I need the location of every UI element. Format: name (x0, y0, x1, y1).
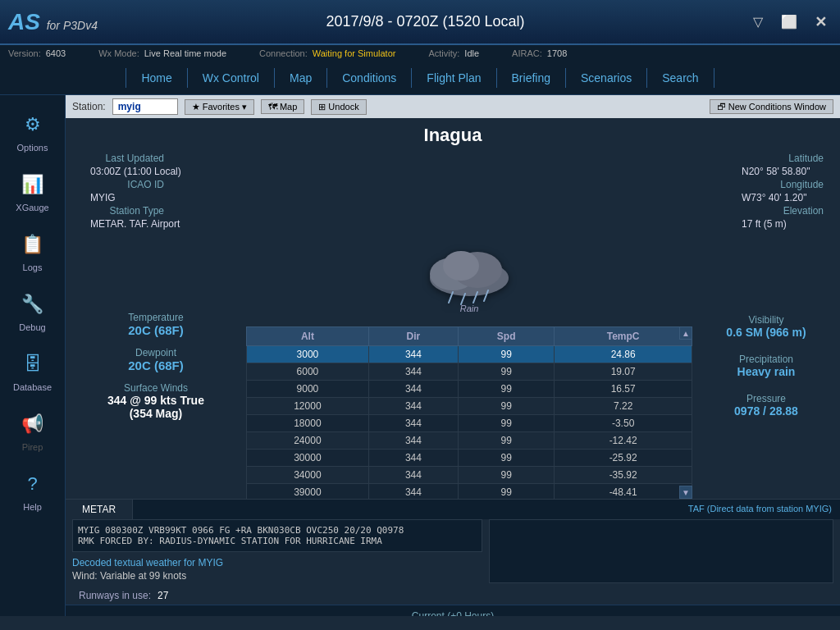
runways-value: 27 (158, 590, 168, 601)
wind-table-wrapper: Alt Dir Spd TempC 30003449924.8660003449… (246, 326, 692, 499)
title-datetime: 2017/9/8 - 0720Z (1520 Local) (326, 13, 524, 30)
wind-table-row: 12000344997.22 (247, 398, 692, 415)
precipitation-stat: Precipitation Heavy rain (709, 354, 824, 378)
visibility-label: Visibility (709, 314, 824, 326)
center-panel: Rain Alt Dir Spd (246, 233, 692, 499)
close-icon[interactable]: ✕ (809, 11, 832, 34)
xgauge-icon: 📊 (18, 170, 48, 199)
nav-item-wx-control[interactable]: Wx Control (188, 68, 275, 88)
wind-table-container: Alt Dir Spd TempC 30003449924.8660003449… (246, 326, 692, 499)
last-updated-label: Last Updated (82, 153, 164, 164)
info-version: Version: 6403 (8, 48, 66, 58)
title-center: 2017/9/8 - 0720Z (1520 Local) (104, 13, 746, 30)
decoded-area: Decoded textual weather for MYIG Wind: V… (72, 555, 482, 583)
temperature-label: Temperature (82, 312, 230, 323)
icao-value-row: MYIG (82, 192, 181, 203)
station-input[interactable] (112, 98, 178, 115)
runways-label: Runways in use: (79, 590, 151, 601)
longitude-value: W73° 40' 1.20" (742, 192, 806, 203)
wxmode-label: Wx Mode: (98, 48, 139, 58)
taf-label: TAF (Direct data from station MYIG) (133, 500, 840, 519)
minimize-icon[interactable]: ▽ (746, 11, 769, 34)
nav-item-home[interactable]: Home (126, 68, 187, 88)
sidebar-item-logs[interactable]: 📋 Logs (3, 223, 62, 279)
wind-table-header-row: Alt Dir Spd TempC (247, 327, 692, 346)
weather-cloud-svg (424, 241, 514, 307)
wind-table-row: 30003449924.86 (247, 346, 692, 363)
nav-item-briefing[interactable]: Briefing (497, 68, 566, 88)
longitude-label: Longitude (742, 179, 824, 190)
elevation-value-row: 17 ft (5 m) (742, 218, 824, 230)
last-updated-value: 03:00Z (11:00 Local) (90, 166, 181, 177)
sidebar-item-help[interactable]: ? Help (3, 463, 62, 518)
wind-table-row: 60003449919.07 (247, 363, 692, 381)
sidebar: ⚙ Options📊 XGauge📋 Logs🔧 Debug🗄 Database… (0, 95, 66, 616)
title-bar: AS for P3Dv4 2017/9/8 - 0720Z (1520 Loca… (0, 0, 840, 45)
nav-item-map[interactable]: Map (275, 68, 327, 88)
metar-taf-tabs: METAR TAF (Direct data from station MYIG… (66, 499, 840, 519)
sidebar-item-database[interactable]: 🗄 Database (3, 343, 62, 399)
station-label: Station: (72, 101, 106, 112)
icao-value: MYIG (90, 192, 116, 203)
sidebar-item-options[interactable]: ⚙ Options (3, 103, 62, 159)
last-updated-value-row: 03:00Z (11:00 Local) (82, 166, 181, 177)
dewpoint-stat: Dewpoint 20C (68F) (82, 347, 230, 372)
airac-value: 1708 (547, 48, 567, 58)
station-info: Last Updated 03:00Z (11:00 Local) ICAO I… (66, 149, 840, 233)
map-button[interactable]: 🗺 Map (261, 99, 304, 114)
wind-table-row: 3400034499-35.92 (247, 467, 692, 484)
station-info-left: Last Updated 03:00Z (11:00 Local) ICAO I… (82, 153, 181, 230)
info-connection: Connection: Waiting for Simulator (259, 48, 395, 58)
info-airac: AIRAC: 1708 (512, 48, 567, 58)
elevation-label: Elevation (742, 205, 824, 217)
station-type-value-row: METAR. TAF. Airport (82, 218, 181, 230)
undock-button[interactable]: ⊞ Undock (311, 99, 366, 115)
taf-text[interactable] (489, 519, 833, 583)
surface-winds-value: 344 @ 99 kts True (82, 394, 230, 407)
weather-middle: Temperature 20C (68F) Dewpoint 20C (68F)… (66, 233, 840, 499)
restore-icon[interactable]: ⬜ (778, 11, 801, 34)
metar-content: MYIG 080300Z VRB99KT 0966 FG +RA BKN030C… (78, 525, 477, 546)
metar-left-col: MYIG 080300Z VRB99KT 0966 FG +RA BKN030C… (72, 519, 482, 583)
decoded-wind: Wind: Variable at 99 knots (72, 570, 482, 582)
undock-icon: ⊞ (318, 102, 326, 112)
forecast-section: Current (+0 Hours) 04812162024 (66, 605, 840, 616)
activity-label: Activity: (428, 48, 459, 58)
nav-item-scenarios[interactable]: Scenarios (566, 68, 647, 88)
metar-text[interactable]: MYIG 080300Z VRB99KT 0966 FG +RA BKN030C… (72, 519, 482, 552)
temperature-value: 20C (68F) (82, 323, 230, 337)
debug-icon: 🔧 (18, 290, 48, 319)
nav-item-flight-plan[interactable]: Flight Plan (412, 68, 496, 88)
visibility-stat: Visibility 0.6 SM (966 m) (709, 314, 824, 339)
sidebar-item-debug[interactable]: 🔧 Debug (3, 283, 62, 339)
sidebar-item-xgauge[interactable]: 📊 XGauge (3, 163, 62, 219)
right-panel: Visibility 0.6 SM (966 m) Precipitation … (701, 233, 832, 499)
content-area: Station: ★ Favorites ▾ 🗺 Map ⊞ Undock 🗗 … (66, 95, 840, 616)
surface-winds-label: Surface Winds (82, 382, 230, 394)
nav-item-search[interactable]: Search (647, 68, 714, 88)
table-scroll-up-button[interactable]: ▲ (679, 326, 692, 340)
options-label: Options (17, 143, 48, 153)
wind-table-body: 30003449924.8660003449919.0790003449916.… (247, 346, 692, 500)
help-label: Help (23, 502, 42, 512)
logs-icon: 📋 (18, 230, 48, 259)
elevation-row: Elevation (742, 205, 824, 217)
help-icon: ? (18, 469, 48, 499)
debug-label: Debug (19, 322, 45, 332)
runways-bar: Runways in use: 27 (66, 587, 840, 605)
forecast-label: Current (+0 Hours) (79, 610, 827, 616)
pressure-value: 0978 / 28.88 (709, 404, 824, 418)
favorites-button[interactable]: ★ Favorites ▾ (185, 99, 254, 115)
new-conditions-button[interactable]: 🗗 New Conditions Window (710, 99, 833, 114)
connection-label: Connection: (259, 48, 308, 58)
nav-item-conditions[interactable]: Conditions (327, 68, 412, 88)
nav-bar: HomeWx ControlMapConditionsFlight PlanBr… (0, 62, 840, 95)
version-label: Version: (8, 48, 41, 58)
metar-tab[interactable]: METAR (66, 500, 133, 519)
wind-table-row: 1800034499-3.50 (247, 415, 692, 432)
decoded-label: Decoded textual weather for MYIG (72, 557, 482, 568)
table-scroll-down-button[interactable]: ▼ (679, 486, 692, 499)
longitude-value-row: W73° 40' 1.20" (742, 192, 824, 203)
sidebar-item-pirep[interactable]: 📢 Pirep (3, 403, 62, 459)
wind-table: Alt Dir Spd TempC 30003449924.8660003449… (246, 326, 692, 499)
